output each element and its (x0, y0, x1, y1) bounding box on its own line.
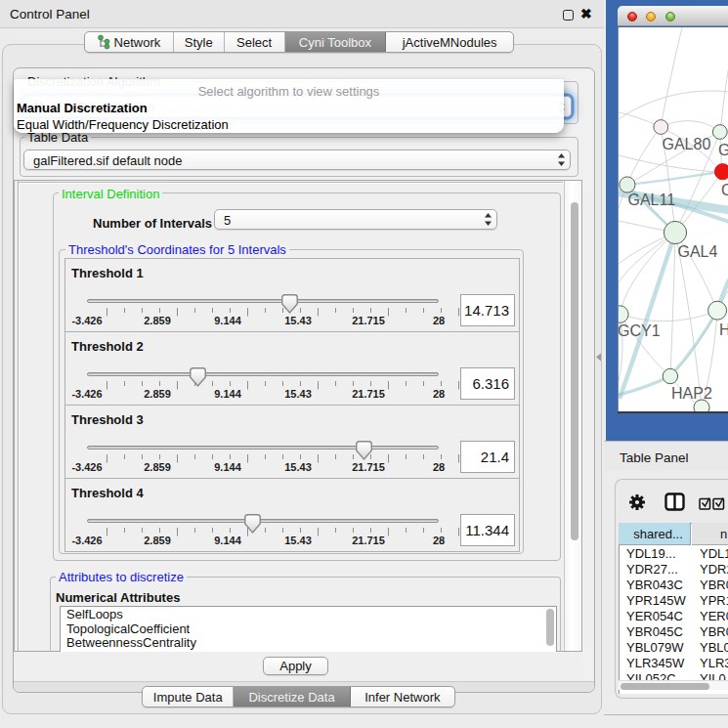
svg-text:GAL80: GAL80 (663, 136, 711, 152)
svg-text:GAL4: GAL4 (678, 243, 718, 260)
svg-text:HAP2: HAP2 (671, 385, 712, 402)
svg-text:G: G (718, 142, 728, 158)
svg-text:GCY1: GCY1 (619, 322, 661, 339)
svg-text:C: C (721, 182, 728, 198)
svg-text:H: H (719, 321, 728, 338)
svg-text:GAL11: GAL11 (628, 192, 676, 208)
